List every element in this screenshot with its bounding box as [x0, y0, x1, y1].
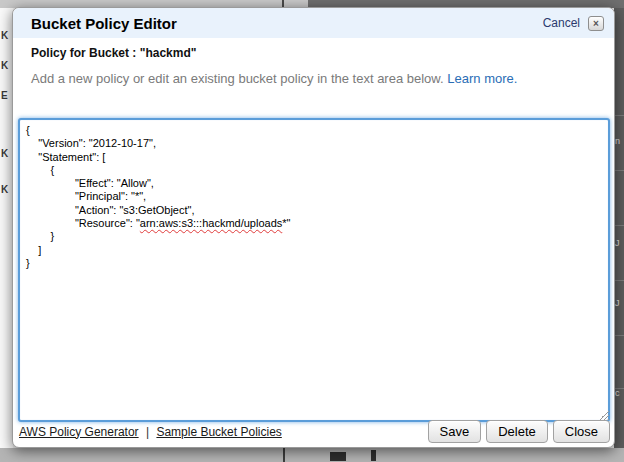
bucket-policy-editor-dialog: Bucket Policy Editor Cancel × Policy for… [12, 7, 615, 448]
dialog-footer: AWS Policy Generator | Sample Bucket Pol… [13, 420, 614, 447]
dialog-header: Bucket Policy Editor Cancel × [13, 8, 614, 38]
delete-button[interactable]: Delete [486, 420, 548, 443]
link-separator: | [146, 425, 149, 439]
spellcheck-underline: arn:aws:s3:::hackmd/uploads [140, 217, 282, 229]
close-icon[interactable]: × [588, 16, 604, 31]
background-text-fragment [330, 452, 346, 461]
background-text-fragment: n [615, 136, 624, 146]
policy-for-bucket-label: Policy for Bucket : "hackmd" [31, 46, 596, 60]
save-button[interactable]: Save [428, 420, 482, 443]
background-text-fragment [371, 450, 376, 461]
textarea-resize-handle[interactable] [599, 410, 609, 420]
background-text-fragment: J [615, 298, 624, 308]
background-text-fragment: J [615, 238, 624, 248]
description-text: Add a new policy or edit an existing buc… [31, 71, 596, 86]
background-page-right-strip: nJJc [614, 8, 624, 448]
aws-policy-generator-link[interactable]: AWS Policy Generator [19, 425, 139, 439]
background-page-bottom-strip [0, 448, 624, 462]
footer-links: AWS Policy Generator | Sample Bucket Pol… [19, 425, 423, 439]
cancel-link[interactable]: Cancel [543, 16, 580, 30]
background-text-fragment: c [615, 388, 624, 398]
close-button[interactable]: Close [553, 420, 610, 443]
policy-textarea[interactable]: { "Version": "2012-10-17", "Statement": … [18, 118, 610, 422]
dialog-title: Bucket Policy Editor [31, 15, 543, 32]
learn-more-link[interactable]: Learn more. [447, 71, 517, 86]
sample-bucket-policies-link[interactable]: Sample Bucket Policies [156, 425, 281, 439]
dialog-body: Policy for Bucket : "hackmd" Add a new p… [13, 46, 614, 86]
description-sentence: Add a new policy or edit an existing buc… [31, 71, 444, 86]
background-page-divider [283, 448, 285, 462]
